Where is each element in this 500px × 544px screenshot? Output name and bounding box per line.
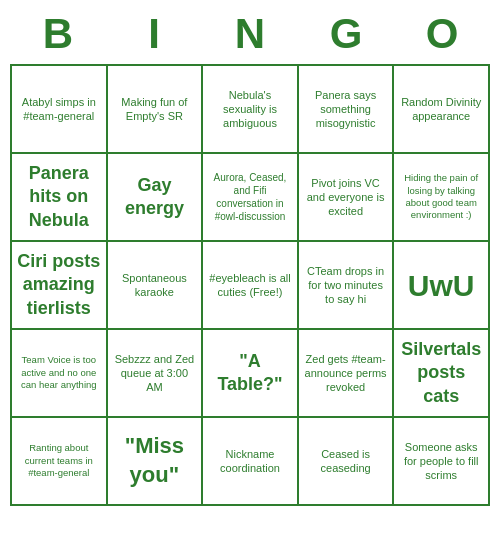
bingo-cell: Ciri posts amazing tierlists xyxy=(12,242,108,330)
cell-text: Zed gets #team-announce perms revoked xyxy=(303,352,389,395)
cell-text: "Miss you" xyxy=(112,432,198,489)
cell-text: Making fun of Empty's SR xyxy=(112,95,198,124)
cell-text: Panera says something misogynistic xyxy=(303,88,389,131)
bingo-letter: G xyxy=(301,10,391,58)
cell-text: Random Divinity appearance xyxy=(398,95,484,124)
bingo-cell: "A Table?" xyxy=(203,330,299,418)
cell-text: Nebula's sexuality is ambiguous xyxy=(207,88,293,131)
bingo-cell: Someone asks for people to fill scrims xyxy=(394,418,490,506)
bingo-cell: Pivot joins VC and everyone is excited xyxy=(299,154,395,242)
cell-text: Ceased is ceaseding xyxy=(303,447,389,476)
cell-text: Spontaneous karaoke xyxy=(112,271,198,300)
bingo-cell: Ranting about current teams in #team-gen… xyxy=(12,418,108,506)
bingo-letter: O xyxy=(397,10,487,58)
bingo-cell: Team Voice is too active and no one can … xyxy=(12,330,108,418)
cell-text: "A Table?" xyxy=(207,350,293,397)
bingo-cell: Ceased is ceaseding xyxy=(299,418,395,506)
bingo-cell: Spontaneous karaoke xyxy=(108,242,204,330)
bingo-cell: Sebzzz and Zed queue at 3:00 AM xyxy=(108,330,204,418)
cell-text: Ranting about current teams in #team-gen… xyxy=(16,442,102,479)
cell-text: UwU xyxy=(408,266,475,305)
bingo-cell: Random Divinity appearance xyxy=(394,66,490,154)
bingo-cell: UwU xyxy=(394,242,490,330)
bingo-cell: Silvertals posts cats xyxy=(394,330,490,418)
cell-text: Atabyl simps in #team-general xyxy=(16,95,102,124)
cell-text: Panera hits on Nebula xyxy=(16,162,102,232)
bingo-cell: #eyebleach is all cuties (Free!) xyxy=(203,242,299,330)
bingo-letter: B xyxy=(13,10,103,58)
cell-text: Aurora, Ceased, and Fifi conversation in… xyxy=(207,171,293,223)
cell-text: Hiding the pain of losing by talking abo… xyxy=(398,172,484,221)
bingo-title: BINGO xyxy=(10,10,490,58)
cell-text: Nickname coordination xyxy=(207,447,293,476)
cell-text: Sebzzz and Zed queue at 3:00 AM xyxy=(112,352,198,395)
cell-text: Ciri posts amazing tierlists xyxy=(16,250,102,320)
cell-text: Pivot joins VC and everyone is excited xyxy=(303,176,389,219)
bingo-cell: Making fun of Empty's SR xyxy=(108,66,204,154)
cell-text: #eyebleach is all cuties (Free!) xyxy=(207,271,293,300)
bingo-cell: Panera hits on Nebula xyxy=(12,154,108,242)
cell-text: CTeam drops in for two minutes to say hi xyxy=(303,264,389,307)
bingo-cell: Nebula's sexuality is ambiguous xyxy=(203,66,299,154)
cell-text: Someone asks for people to fill scrims xyxy=(398,440,484,483)
bingo-cell: Nickname coordination xyxy=(203,418,299,506)
bingo-letter: I xyxy=(109,10,199,58)
bingo-cell: Aurora, Ceased, and Fifi conversation in… xyxy=(203,154,299,242)
cell-text: Silvertals posts cats xyxy=(398,338,484,408)
bingo-cell: Zed gets #team-announce perms revoked xyxy=(299,330,395,418)
bingo-letter: N xyxy=(205,10,295,58)
bingo-cell: CTeam drops in for two minutes to say hi xyxy=(299,242,395,330)
bingo-cell: Hiding the pain of losing by talking abo… xyxy=(394,154,490,242)
bingo-cell: Panera says something misogynistic xyxy=(299,66,395,154)
bingo-cell: Atabyl simps in #team-general xyxy=(12,66,108,154)
cell-text: Gay energy xyxy=(112,174,198,221)
cell-text: Team Voice is too active and no one can … xyxy=(16,354,102,391)
bingo-grid: Atabyl simps in #team-generalMaking fun … xyxy=(10,64,490,506)
bingo-cell: Gay energy xyxy=(108,154,204,242)
bingo-cell: "Miss you" xyxy=(108,418,204,506)
